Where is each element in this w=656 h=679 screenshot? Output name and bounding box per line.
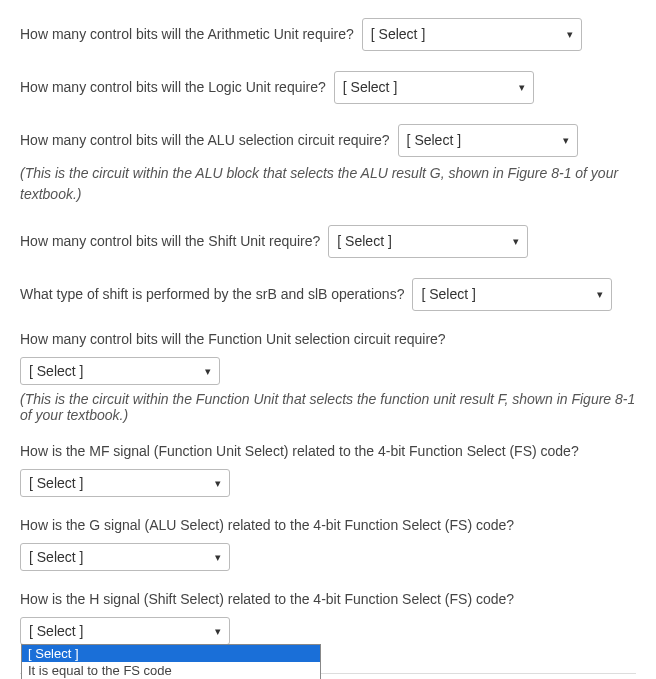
select-function-unit-selection[interactable]: [ Select ] ▾ [20, 357, 220, 385]
question-logic-unit: How many control bits will the Logic Uni… [20, 71, 636, 104]
question-hint: (This is the circuit within the ALU bloc… [20, 163, 636, 205]
chevron-down-icon: ▾ [205, 365, 211, 378]
question-h-signal: How is the H signal (Shift Select) relat… [20, 591, 636, 645]
question-text: How many control bits will the Arithmeti… [20, 24, 354, 45]
select-placeholder: [ Select ] [407, 130, 461, 151]
select-placeholder: [ Select ] [29, 623, 83, 639]
question-text: How is the H signal (Shift Select) relat… [20, 591, 636, 607]
select-arithmetic-unit[interactable]: [ Select ] ▾ [362, 18, 582, 51]
select-alu-selection[interactable]: [ Select ] ▾ [398, 124, 578, 157]
dropdown-option[interactable]: [ Select ] [22, 645, 320, 662]
question-text: How many control bits will the Shift Uni… [20, 231, 320, 252]
question-g-signal: How is the G signal (ALU Select) related… [20, 517, 636, 571]
chevron-down-icon: ▾ [597, 286, 603, 303]
question-text: What type of shift is performed by the s… [20, 284, 404, 305]
select-placeholder: [ Select ] [343, 77, 397, 98]
question-text: How many control bits will the Logic Uni… [20, 77, 326, 98]
select-logic-unit[interactable]: [ Select ] ▾ [334, 71, 534, 104]
select-placeholder: [ Select ] [337, 231, 391, 252]
chevron-down-icon: ▾ [567, 26, 573, 43]
chevron-down-icon: ▾ [519, 79, 525, 96]
select-placeholder: [ Select ] [29, 549, 83, 565]
dropdown-option[interactable]: It is equal to the FS code [22, 662, 320, 679]
question-arithmetic-unit: How many control bits will the Arithmeti… [20, 18, 636, 51]
question-shift-unit: How many control bits will the Shift Uni… [20, 225, 636, 258]
question-mf-signal: How is the MF signal (Function Unit Sele… [20, 443, 636, 497]
select-g-signal[interactable]: [ Select ] ▾ [20, 543, 230, 571]
select-h-signal[interactable]: [ Select ] ▾ [ Select ] It is equal to t… [20, 617, 230, 645]
select-placeholder: [ Select ] [29, 363, 83, 379]
select-shift-unit[interactable]: [ Select ] ▾ [328, 225, 528, 258]
question-function-unit-selection: How many control bits will the Function … [20, 331, 636, 423]
select-placeholder: [ Select ] [421, 284, 475, 305]
chevron-down-icon: ▾ [563, 132, 569, 149]
question-text: How is the G signal (ALU Select) related… [20, 517, 636, 533]
chevron-down-icon: ▾ [215, 477, 221, 490]
question-text: How many control bits will the ALU selec… [20, 130, 390, 151]
question-hint: (This is the circuit within the Function… [20, 391, 636, 423]
select-shift-type[interactable]: [ Select ] ▾ [412, 278, 612, 311]
select-placeholder: [ Select ] [29, 475, 83, 491]
select-mf-signal[interactable]: [ Select ] ▾ [20, 469, 230, 497]
chevron-down-icon: ▾ [215, 625, 221, 638]
select-h-signal-dropdown: [ Select ] It is equal to the FS code It… [21, 644, 321, 679]
question-text: How is the MF signal (Function Unit Sele… [20, 443, 636, 459]
question-alu-selection: How many control bits will the ALU selec… [20, 124, 636, 205]
question-text: How many control bits will the Function … [20, 331, 636, 347]
chevron-down-icon: ▾ [215, 551, 221, 564]
question-shift-type: What type of shift is performed by the s… [20, 278, 636, 311]
select-placeholder: [ Select ] [371, 24, 425, 45]
chevron-down-icon: ▾ [513, 233, 519, 250]
